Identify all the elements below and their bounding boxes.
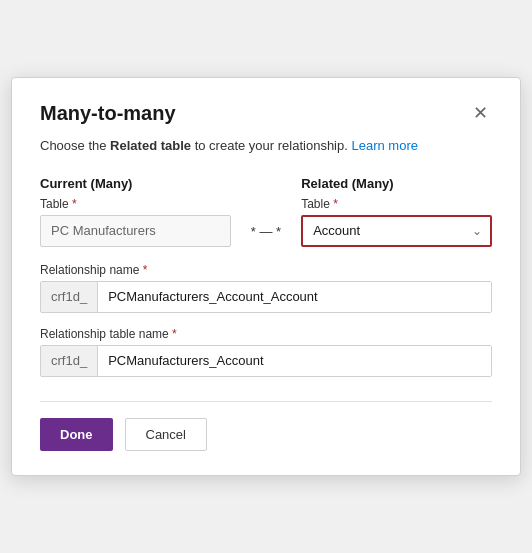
- relationship-name-required: *: [143, 263, 148, 277]
- close-button[interactable]: ✕: [469, 102, 492, 124]
- connector: * — *: [251, 224, 281, 247]
- current-section: Current (Many) Table *: [40, 176, 231, 247]
- relationship-table-required: *: [172, 327, 177, 341]
- cancel-button[interactable]: Cancel: [125, 418, 207, 451]
- current-section-label: Current (Many): [40, 176, 231, 191]
- learn-more-link[interactable]: Learn more: [351, 138, 417, 153]
- related-table-select-wrapper: Account Contact Lead Opportunity ⌄: [301, 215, 492, 247]
- relationship-table-name-prefix: crf1d_: [41, 346, 98, 376]
- related-section: Related (Many) Table * Account Contact L…: [301, 176, 492, 247]
- relationship-table-name-label: Relationship table name *: [40, 327, 492, 341]
- description-text-end: to create your relationship.: [191, 138, 348, 153]
- dialog-overlay: Many-to-many ✕ Choose the Related table …: [0, 0, 532, 553]
- dialog-description: Choose the Related table to create your …: [40, 137, 492, 155]
- relationship-table-name-row: Relationship table name * crf1d_: [40, 327, 492, 377]
- relationship-table-name-input-wrapper: crf1d_: [40, 345, 492, 377]
- current-required-star: *: [72, 197, 77, 211]
- relationship-name-input[interactable]: [98, 282, 491, 312]
- relationship-name-label: Relationship name *: [40, 263, 492, 277]
- dialog-header: Many-to-many ✕: [40, 102, 492, 125]
- relationship-name-prefix: crf1d_: [41, 282, 98, 312]
- description-text-start: Choose the: [40, 138, 110, 153]
- dialog-footer: Done Cancel: [40, 401, 492, 451]
- relationship-table-name-input[interactable]: [98, 346, 491, 376]
- related-table-label: Table *: [301, 197, 492, 211]
- description-bold: Related table: [110, 138, 191, 153]
- current-table-input[interactable]: [40, 215, 231, 247]
- relationship-name-input-wrapper: crf1d_: [40, 281, 492, 313]
- related-section-label: Related (Many): [301, 176, 492, 191]
- columns-row: Current (Many) Table * * — * Related (Ma…: [40, 176, 492, 247]
- current-table-label: Table *: [40, 197, 231, 211]
- dialog: Many-to-many ✕ Choose the Related table …: [11, 77, 521, 475]
- relationship-name-row: Relationship name * crf1d_: [40, 263, 492, 313]
- related-table-select[interactable]: Account Contact Lead Opportunity: [301, 215, 492, 247]
- related-required-star: *: [333, 197, 338, 211]
- dialog-title: Many-to-many: [40, 102, 176, 125]
- done-button[interactable]: Done: [40, 418, 113, 451]
